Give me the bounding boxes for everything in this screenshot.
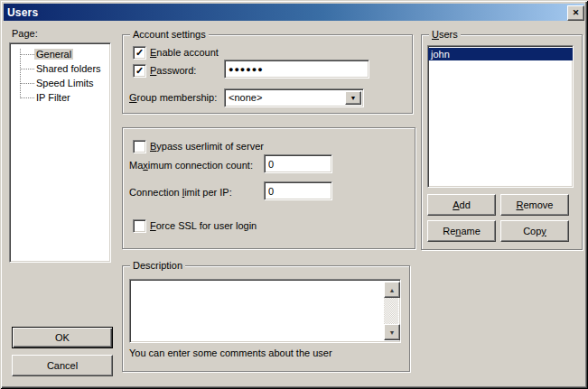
users-list[interactable]: john	[427, 45, 574, 188]
list-item-user[interactable]: john	[428, 48, 573, 60]
rename-button-label: Rename	[443, 226, 481, 236]
force-ssl-label: Force SSL for user login	[150, 220, 257, 231]
rename-button[interactable]: Rename	[427, 220, 496, 242]
remove-button-label: Remove	[517, 199, 554, 210]
description-scrollbar[interactable]: ▲ ▼	[384, 282, 398, 340]
remove-button[interactable]: Remove	[500, 194, 569, 216]
tree-item-shared-folders[interactable]: Shared folders	[10, 61, 110, 76]
account-settings-title: Account settings	[130, 29, 209, 41]
add-button[interactable]: Add	[427, 194, 496, 216]
cancel-button-label: Cancel	[47, 360, 78, 371]
tree-item-general[interactable]: General	[10, 47, 110, 61]
copy-button-label: Copy	[523, 226, 546, 236]
ok-button[interactable]: OK	[12, 327, 113, 348]
bypass-userlimit-label: Bypass userlimit of server	[150, 141, 264, 152]
ok-button-label: OK	[55, 332, 70, 343]
enable-account-checkbox[interactable]: ✓	[133, 46, 146, 60]
page-tree[interactable]: General Shared folders Speed Limits IP F…	[9, 42, 111, 263]
close-icon: ✕	[573, 9, 580, 17]
users-group-title: Users	[429, 29, 461, 41]
connection-limit-per-ip-label: Connection limit per IP:	[129, 187, 232, 198]
cancel-button[interactable]: Cancel	[12, 355, 113, 376]
tree-item-speed-limits[interactable]: Speed Limits	[10, 76, 110, 90]
chevron-down-icon[interactable]: ▼	[345, 91, 361, 105]
max-connection-count-label: Maximum connection count:	[129, 160, 253, 171]
description-title: Description	[130, 260, 185, 272]
tree-item-label: Speed Limits	[34, 78, 96, 88]
copy-button[interactable]: Copy	[500, 220, 569, 242]
check-icon: ✓	[135, 66, 144, 75]
enable-account-label: Enable account	[150, 47, 219, 58]
tree-item-ip-filter[interactable]: IP Filter	[10, 90, 110, 105]
close-button[interactable]: ✕	[567, 5, 584, 21]
description-hint: You can enter some comments about the us…	[129, 347, 332, 358]
group-membership-value: <none>	[229, 92, 262, 103]
group-membership-select[interactable]: <none> ▼	[224, 88, 364, 107]
scroll-down-icon[interactable]: ▼	[384, 324, 400, 340]
user-name: john	[431, 49, 450, 60]
tree-item-label: Shared folders	[34, 63, 103, 74]
scroll-up-icon[interactable]: ▲	[384, 282, 400, 298]
max-connection-count-input[interactable]	[264, 154, 332, 173]
tree-branch-line	[20, 83, 34, 84]
add-button-label: Add	[453, 199, 471, 210]
tree-branch-line	[20, 97, 34, 98]
password-label: Password:	[150, 65, 196, 76]
password-input[interactable]	[224, 60, 369, 79]
connection-limit-per-ip-input[interactable]	[264, 181, 332, 200]
page-label: Page:	[12, 28, 38, 39]
check-icon: ✓	[135, 48, 144, 57]
tree-item-label: IP Filter	[34, 92, 72, 103]
tree-branch-line	[20, 69, 34, 69]
password-checkbox[interactable]: ✓	[133, 64, 146, 78]
users-dialog: Users ✕ Page: General Shared folders Spe…	[0, 0, 588, 389]
title-bar[interactable]: Users	[4, 4, 584, 21]
group-membership-label: Group membership:	[129, 92, 217, 103]
bypass-userlimit-checkbox[interactable]	[133, 140, 146, 153]
window-title: Users	[4, 6, 38, 19]
tree-branch-line	[20, 54, 34, 55]
tree-item-label: General	[34, 49, 73, 60]
force-ssl-checkbox[interactable]	[133, 219, 146, 233]
description-input[interactable]: ▲ ▼	[129, 279, 401, 343]
